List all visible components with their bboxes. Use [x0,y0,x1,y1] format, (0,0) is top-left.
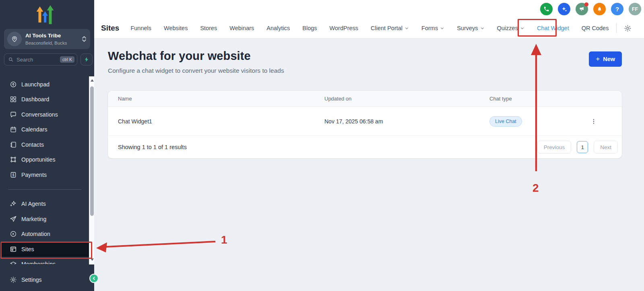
lightning-bolt-icon [84,57,89,62]
svg-text:$: $ [12,173,14,177]
tab-blogs[interactable]: Blogs [302,25,317,31]
scrollbar-thumb[interactable] [90,86,94,216]
sidebar-item-payments[interactable]: $ Payments [0,167,89,182]
scrollbar-down-arrow[interactable] [89,257,95,262]
sidebar-collapse-button[interactable] [89,274,99,283]
user-avatar[interactable]: FF [629,3,641,15]
opportunities-icon [10,156,17,163]
sidebar-item-launchpad[interactable]: Launchpad [0,77,89,92]
avatar-initials: FF [632,6,638,12]
row-actions-menu-button[interactable] [589,117,599,126]
ai-sparkle-icon [10,200,17,207]
table-row[interactable]: Chat Widget1 Nov 17, 2025 06:58 am Live … [108,107,622,136]
kebab-menu-icon [590,118,597,125]
tab-quizzes[interactable]: Quizzes [497,25,524,31]
widget-updated-on: Nov 17, 2025 06:58 am [324,118,489,125]
tab-analytics[interactable]: Analytics [266,25,290,31]
chevron-down-icon [440,26,444,31]
sparkles-icon [561,6,568,12]
phone-icon [543,6,549,12]
calendar-icon [10,126,17,133]
tab-funnels[interactable]: Funnels [130,25,151,31]
chat-type-badge: Live Chat [489,116,522,127]
paper-plane-icon [10,215,17,223]
conversations-icon [10,111,17,118]
sites-browser-icon [10,246,17,253]
megaphone-icon [579,6,585,12]
tab-websites[interactable]: Websites [164,25,188,31]
announcements-button[interactable] [576,3,588,15]
page-title: Sites [101,24,119,33]
sidebar-item-ai-agents[interactable]: AI Agents [0,197,89,212]
page-number-button[interactable]: 1 [577,141,588,153]
column-name: Name [118,96,324,102]
sidebar-item-calendars[interactable]: Calendars [0,122,89,137]
account-name: AI Tools Tribe [25,33,61,39]
notification-dot [584,2,588,6]
search-icon [8,57,14,62]
main-area: ? FF Sites Funnels Websites Stores Webin… [94,0,644,291]
plus-icon: + [596,55,600,63]
sidebar-item-automation[interactable]: Automation [0,227,89,242]
contacts-icon [10,141,17,148]
tab-client-portal[interactable]: Client Portal [371,25,409,31]
search-shortcut-badge: ctrl K [60,56,74,63]
notifications-button[interactable] [593,3,606,15]
automation-play-icon [10,230,17,238]
tab-forms[interactable]: Forms [421,25,444,31]
payments-icon: $ [10,171,17,178]
account-location: Beaconsfield, Bucks [25,41,67,45]
sidebar-divider [8,189,81,190]
app-window: AI Tools Tribe Beaconsfield, Bucks Searc… [0,0,644,291]
quick-actions-button[interactable] [80,53,93,66]
sites-settings-button[interactable] [624,25,632,32]
memberships-icon [10,260,17,264]
scrollbar-up-arrow[interactable] [89,78,95,83]
table-footer: Showing 1 to 1 of 1 results Previous 1 N… [108,136,622,158]
nav-divider [616,23,617,33]
chat-widgets-table: Name Updated on Chat type Chat Widget1 N… [108,91,622,158]
sidebar: AI Tools Tribe Beaconsfield, Bucks Searc… [0,0,94,291]
tab-wordpress[interactable]: WordPress [330,25,358,31]
chevron-down-icon [405,26,409,31]
tab-stores[interactable]: Stores [200,25,217,31]
launchpad-icon [10,81,17,88]
tab-webinars[interactable]: Webinars [229,25,254,31]
widget-name: Chat Widget1 [118,118,324,125]
search-input[interactable]: Search ctrl K [4,53,77,66]
sidebar-item-conversations[interactable]: Conversations [0,107,89,122]
sidebar-item-dashboard[interactable]: Dashboard [0,92,89,107]
phone-button[interactable] [540,3,553,15]
sidebar-item-sites[interactable]: Sites [0,242,89,257]
sidebar-item-contacts[interactable]: Contacts [0,137,89,152]
sidebar-nav: Launchpad Dashboard Conversations Calend… [0,77,89,264]
next-page-button[interactable]: Next [594,141,618,154]
tab-chat-widget[interactable]: Chat Widget [537,25,569,31]
page-subheading: Configure a chat widget to convert your … [108,67,284,74]
tab-qr-codes[interactable]: QR Codes [582,25,609,31]
chevron-updown-icon [81,35,87,43]
new-widget-button[interactable]: + New [589,51,622,67]
column-updated-on: Updated on [324,96,489,102]
sidebar-scrollbar[interactable] [89,76,94,264]
sidebar-item-marketing[interactable]: Marketing [0,211,89,227]
column-chat-type: Chat type [489,96,589,102]
dashboard-icon [10,96,17,103]
location-user-icon [11,35,18,43]
help-button[interactable]: ? [611,3,623,15]
tab-surveys[interactable]: Surveys [457,25,484,31]
ai-assistant-button[interactable] [558,3,570,15]
table-header-row: Name Updated on Chat type [108,91,622,107]
top-header: ? FF Sites Funnels Websites Stores Webin… [94,0,644,39]
secondary-nav: Sites Funnels Websites Stores Webinars A… [101,23,632,33]
sidebar-item-settings[interactable]: Settings [0,272,89,288]
search-placeholder: Search [17,57,60,63]
page-heading: Webchat for your website [108,50,284,62]
previous-page-button[interactable]: Previous [537,141,572,154]
sidebar-item-opportunities[interactable]: Opportunities [0,152,89,168]
chevron-left-icon [92,277,96,280]
account-switcher[interactable]: AI Tools Tribe Beaconsfield, Bucks [4,29,90,49]
sidebar-item-memberships[interactable]: Memberships [0,257,89,264]
logo-arrows-icon [33,4,57,26]
gear-icon [624,25,632,32]
